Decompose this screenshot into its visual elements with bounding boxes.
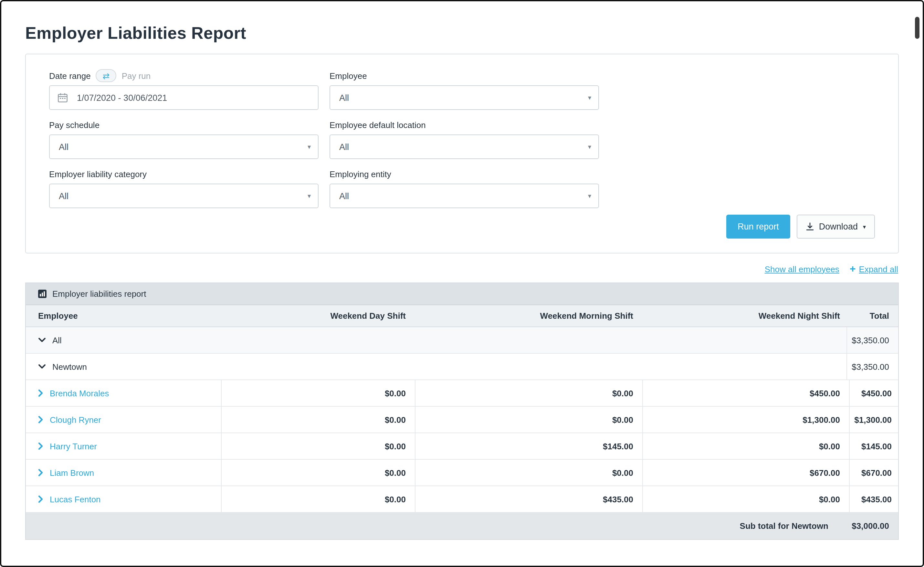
table-row: Harry Turner $0.00 $145.00 $0.00 $145.00 xyxy=(26,433,898,460)
cell-weekend-day: $0.00 xyxy=(221,433,415,459)
table-row: Lucas Fenton $0.00 $435.00 $0.00 $435.00 xyxy=(26,486,898,513)
cell-weekend-day: $0.00 xyxy=(221,486,415,512)
show-all-employees-link[interactable]: Show all employees xyxy=(765,264,839,274)
employee-field: Employee All ▾ xyxy=(330,70,599,110)
filter-grid: Date range ⇄ Pay run xyxy=(49,70,875,208)
chevron-right-icon[interactable] xyxy=(38,469,43,477)
employee-default-location-label: Employee default location xyxy=(330,120,426,129)
employing-entity-select-value: All xyxy=(339,191,349,201)
cell-weekend-day: $0.00 xyxy=(221,380,415,406)
filter-actions: Run report Download ▾ xyxy=(49,215,875,239)
chevron-down-icon: ▾ xyxy=(863,223,866,230)
cell-weekend-morning: $0.00 xyxy=(415,407,642,433)
cell-weekend-morning: $435.00 xyxy=(415,486,642,512)
chevron-down-icon: ▾ xyxy=(588,143,591,150)
cell-weekend-morning: $0.00 xyxy=(415,460,642,486)
chevron-down-icon: ▾ xyxy=(588,94,591,101)
table-row: Liam Brown $0.00 $0.00 $670.00 $670.00 xyxy=(26,460,898,486)
app-window: Employer Liabilities Report Date range ⇄… xyxy=(0,0,924,567)
chevron-down-icon[interactable] xyxy=(38,337,46,343)
group-total: $3,350.00 xyxy=(846,327,898,353)
table-column-header: Employee Weekend Day Shift Weekend Morni… xyxy=(26,305,898,327)
filter-panel: Date range ⇄ Pay run xyxy=(25,54,899,253)
cell-weekend-morning: $145.00 xyxy=(415,433,642,459)
subtotal-label: Sub total for Newtown xyxy=(26,513,837,539)
employing-entity-select[interactable]: All ▾ xyxy=(330,183,599,208)
employer-liability-category-select-value: All xyxy=(59,191,69,201)
page-title: Employer Liabilities Report xyxy=(25,23,899,43)
employee-link[interactable]: Liam Brown xyxy=(50,468,94,477)
group-total: $3,350.00 xyxy=(846,353,898,379)
chevron-down-icon: ▾ xyxy=(308,193,311,200)
chevron-down-icon[interactable] xyxy=(38,364,46,369)
report-table: Employer liabilities report Employee Wee… xyxy=(25,283,899,540)
group-label: All xyxy=(52,335,62,345)
cell-weekend-night: $0.00 xyxy=(642,486,849,512)
date-range-input[interactable] xyxy=(49,85,318,110)
download-button[interactable]: Download ▾ xyxy=(797,215,875,239)
date-payrun-toggle[interactable]: ⇄ xyxy=(96,69,117,82)
date-range-field: Date range ⇄ Pay run xyxy=(49,70,318,110)
employee-default-location-select[interactable]: All ▾ xyxy=(330,134,599,159)
chevron-right-icon[interactable] xyxy=(38,416,43,424)
pay-schedule-select-value: All xyxy=(59,142,69,152)
pay-schedule-label: Pay schedule xyxy=(49,120,99,129)
employer-liability-category-label: Employer liability category xyxy=(49,169,147,179)
col-employee: Employee xyxy=(26,305,221,326)
group-row-newtown[interactable]: Newtown $3,350.00 xyxy=(26,353,898,380)
table-links: Show all employees + Expand all xyxy=(25,264,898,274)
employee-default-location-field: Employee default location All ▾ xyxy=(330,119,599,159)
employee-select[interactable]: All ▾ xyxy=(330,85,599,110)
cell-weekend-night: $1,300.00 xyxy=(642,407,849,433)
table-titlebar: Employer liabilities report xyxy=(26,283,898,305)
bar-chart-icon xyxy=(38,290,46,298)
cell-total: $145.00 xyxy=(849,433,901,459)
employee-link[interactable]: Lucas Fenton xyxy=(50,494,101,504)
expand-all-link[interactable]: + Expand all xyxy=(850,264,898,274)
cell-total: $450.00 xyxy=(849,380,901,406)
subtotal-value: $3,000.00 xyxy=(837,513,898,539)
plus-icon: + xyxy=(850,264,856,274)
table-title: Employer liabilities report xyxy=(52,289,146,299)
calendar-icon xyxy=(57,92,68,103)
download-button-label: Download xyxy=(819,222,858,232)
group-row-all[interactable]: All $3,350.00 xyxy=(26,327,898,353)
cell-weekend-night: $450.00 xyxy=(642,380,849,406)
cell-weekend-morning: $0.00 xyxy=(415,380,642,406)
chevron-right-icon[interactable] xyxy=(38,389,43,397)
employee-label: Employee xyxy=(330,71,367,81)
employee-link[interactable]: Harry Turner xyxy=(50,441,97,451)
run-report-button[interactable]: Run report xyxy=(726,215,790,239)
employing-entity-field: Employing entity All ▾ xyxy=(330,168,599,208)
pay-schedule-select[interactable]: All ▾ xyxy=(49,134,318,159)
cell-weekend-night: $670.00 xyxy=(642,460,849,486)
group-label: Newtown xyxy=(52,362,87,371)
chevron-right-icon[interactable] xyxy=(38,495,43,503)
expand-all-link-label: Expand all xyxy=(859,264,898,274)
cell-total: $1,300.00 xyxy=(849,407,901,433)
col-total: Total xyxy=(849,305,898,326)
scrollbar-thumb[interactable] xyxy=(915,17,920,39)
pay-schedule-field: Pay schedule All ▾ xyxy=(49,119,318,159)
chevron-down-icon: ▾ xyxy=(588,193,591,200)
employee-default-location-select-value: All xyxy=(339,142,349,152)
date-range-label: Date range xyxy=(49,71,91,81)
employer-liability-category-select[interactable]: All ▾ xyxy=(49,183,318,208)
col-weekend-day-shift: Weekend Day Shift xyxy=(221,305,415,326)
employee-link[interactable]: Brenda Morales xyxy=(50,388,109,398)
cell-total: $670.00 xyxy=(849,460,901,486)
chevron-down-icon: ▾ xyxy=(308,143,311,150)
table-row: Clough Ryner $0.00 $0.00 $1,300.00 $1,30… xyxy=(26,407,898,433)
cell-total: $435.00 xyxy=(849,486,901,512)
chevron-right-icon[interactable] xyxy=(38,442,43,450)
download-icon xyxy=(806,223,814,231)
swap-arrows-icon: ⇄ xyxy=(103,71,110,80)
table-row: Brenda Morales $0.00 $0.00 $450.00 $450.… xyxy=(26,380,898,407)
employee-select-value: All xyxy=(339,93,349,102)
employee-link[interactable]: Clough Ryner xyxy=(50,415,101,424)
subtotal-row: Sub total for Newtown $3,000.00 xyxy=(26,513,898,539)
cell-weekend-day: $0.00 xyxy=(221,460,415,486)
employer-liability-category-field: Employer liability category All ▾ xyxy=(49,168,318,208)
page: Employer Liabilities Report Date range ⇄… xyxy=(1,1,923,540)
cell-weekend-night: $0.00 xyxy=(642,433,849,459)
